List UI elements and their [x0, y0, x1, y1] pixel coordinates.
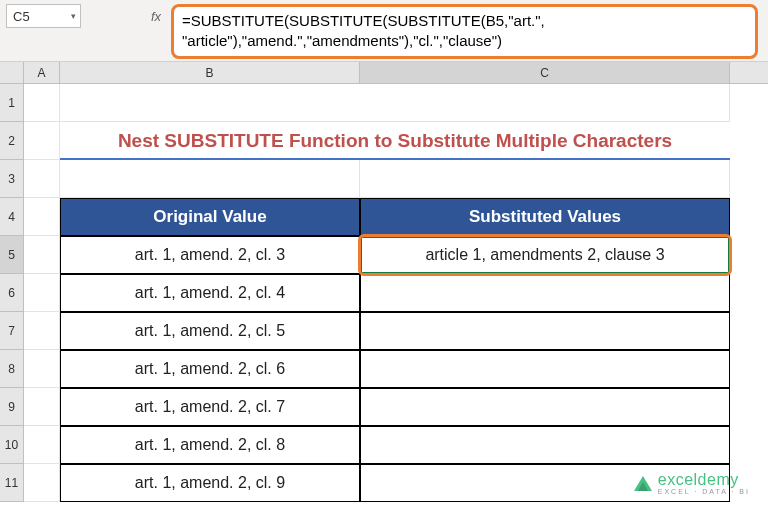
- cell-b9[interactable]: art. 1, amend. 2, cl. 7: [60, 388, 360, 426]
- select-all-corner[interactable]: [0, 62, 24, 83]
- cell-b5[interactable]: art. 1, amend. 2, cl. 3: [60, 236, 360, 274]
- cell-c6[interactable]: [360, 274, 730, 312]
- row-3: [24, 160, 730, 198]
- row-7: art. 1, amend. 2, cl. 5: [24, 312, 730, 350]
- col-header-b[interactable]: B: [60, 62, 360, 83]
- row-4: Original Value Substituted Values: [24, 198, 730, 236]
- header-substituted[interactable]: Substituted Values: [360, 198, 730, 236]
- watermark: exceldemy EXCEL · DATA · BI: [634, 472, 750, 495]
- cell-a1[interactable]: [24, 84, 60, 122]
- row-11: art. 1, amend. 2, cl. 9: [24, 464, 730, 502]
- name-box[interactable]: C5 ▾: [6, 4, 81, 28]
- page-title: Nest SUBSTITUTE Function to Substitute M…: [60, 122, 730, 160]
- formula-line-2: "article"),"amend.","amendments"),"cl.",…: [182, 31, 747, 51]
- column-headers: A B C: [0, 62, 768, 84]
- name-box-value: C5: [13, 9, 30, 24]
- cell-a6[interactable]: [24, 274, 60, 312]
- row-header-4[interactable]: 4: [0, 198, 24, 236]
- row-header-2[interactable]: 2: [0, 122, 24, 160]
- watermark-sub: EXCEL · DATA · BI: [658, 488, 750, 495]
- fx-icon[interactable]: fx: [151, 9, 161, 24]
- row-header-5[interactable]: 5: [0, 236, 24, 274]
- formula-input-wrap[interactable]: =SUBSTITUTE(SUBSTITUTE(SUBSTITUTE(B5,"ar…: [171, 4, 758, 59]
- cell-a9[interactable]: [24, 388, 60, 426]
- cells-area: Nest SUBSTITUTE Function to Substitute M…: [24, 84, 730, 502]
- cell-a4[interactable]: [24, 198, 60, 236]
- formula-bar: C5 ▾ fx =SUBSTITUTE(SUBSTITUTE(SUBSTITUT…: [0, 0, 768, 62]
- chevron-down-icon[interactable]: ▾: [71, 11, 76, 21]
- row-6: art. 1, amend. 2, cl. 4: [24, 274, 730, 312]
- row-header-7[interactable]: 7: [0, 312, 24, 350]
- col-header-a[interactable]: A: [24, 62, 60, 83]
- row-2: Nest SUBSTITUTE Function to Substitute M…: [24, 122, 730, 160]
- cell-b7[interactable]: art. 1, amend. 2, cl. 5: [60, 312, 360, 350]
- row-header-1[interactable]: 1: [0, 84, 24, 122]
- cell-c10[interactable]: [360, 426, 730, 464]
- header-original[interactable]: Original Value: [60, 198, 360, 236]
- cell-a3[interactable]: [24, 160, 60, 198]
- title-underline: [60, 158, 730, 160]
- cell-c5[interactable]: article 1, amendments 2, clause 3: [360, 236, 730, 274]
- cell-a2[interactable]: [24, 122, 60, 160]
- cell-c9[interactable]: [360, 388, 730, 426]
- cell-a8[interactable]: [24, 350, 60, 388]
- cell-b11[interactable]: art. 1, amend. 2, cl. 9: [60, 464, 360, 502]
- cell-c7[interactable]: [360, 312, 730, 350]
- row-1: [24, 84, 730, 122]
- fx-area: fx: [87, 4, 167, 28]
- cell-c1[interactable]: [360, 84, 730, 122]
- row-header-3[interactable]: 3: [0, 160, 24, 198]
- cell-b8[interactable]: art. 1, amend. 2, cl. 6: [60, 350, 360, 388]
- cell-b10[interactable]: art. 1, amend. 2, cl. 8: [60, 426, 360, 464]
- cell-b6[interactable]: art. 1, amend. 2, cl. 4: [60, 274, 360, 312]
- formula-highlight: =SUBSTITUTE(SUBSTITUTE(SUBSTITUTE(B5,"ar…: [171, 4, 758, 59]
- row-8: art. 1, amend. 2, cl. 6: [24, 350, 730, 388]
- cell-b3[interactable]: [60, 160, 360, 198]
- formula-line-1: =SUBSTITUTE(SUBSTITUTE(SUBSTITUTE(B5,"ar…: [182, 11, 747, 31]
- exceldemy-logo-icon: [634, 476, 652, 491]
- cell-a10[interactable]: [24, 426, 60, 464]
- col-header-c[interactable]: C: [360, 62, 730, 83]
- row-9: art. 1, amend. 2, cl. 7: [24, 388, 730, 426]
- cell-a11[interactable]: [24, 464, 60, 502]
- cell-a5[interactable]: [24, 236, 60, 274]
- watermark-text: exceldemy EXCEL · DATA · BI: [658, 472, 750, 495]
- row-5: art. 1, amend. 2, cl. 3 article 1, amend…: [24, 236, 730, 274]
- row-headers: 1 2 3 4 5 6 7 8 9 10 11: [0, 84, 24, 502]
- row-header-6[interactable]: 6: [0, 274, 24, 312]
- row-header-10[interactable]: 10: [0, 426, 24, 464]
- row-header-11[interactable]: 11: [0, 464, 24, 502]
- row-header-9[interactable]: 9: [0, 388, 24, 426]
- cell-a7[interactable]: [24, 312, 60, 350]
- row-header-8[interactable]: 8: [0, 350, 24, 388]
- cell-c3[interactable]: [360, 160, 730, 198]
- watermark-main: exceldemy: [658, 472, 750, 488]
- grid: 1 2 3 4 5 6 7 8 9 10 11 Nest SUBSTITUTE …: [0, 84, 768, 502]
- row-10: art. 1, amend. 2, cl. 8: [24, 426, 730, 464]
- cell-b1[interactable]: [60, 84, 360, 122]
- cell-c8[interactable]: [360, 350, 730, 388]
